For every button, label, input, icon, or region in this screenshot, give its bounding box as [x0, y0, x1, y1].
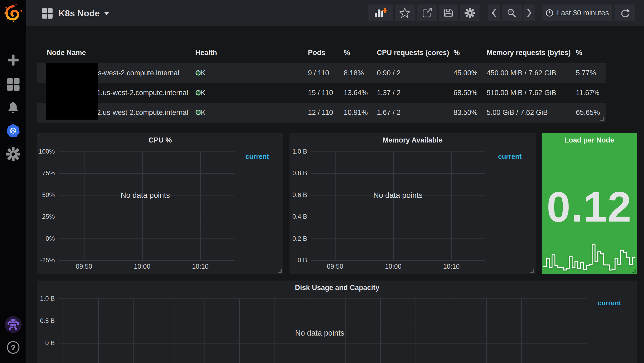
memory-panel: Memory Available current 1.0 B 0.8 B 0.6…	[289, 133, 536, 274]
disk-ytick: 0.5 B	[37, 317, 55, 324]
chevron-right-icon	[526, 8, 532, 18]
sidebar-user-avatar[interactable]	[0, 315, 26, 334]
cell-mem-req: 5.00 GiB / 7.62 GiB	[487, 103, 548, 122]
time-forward-button[interactable]	[523, 4, 535, 21]
col-mem-pct[interactable]: %	[576, 45, 582, 61]
health-text: OK	[195, 63, 206, 83]
settings-gear-icon	[464, 7, 475, 18]
col-pods[interactable]: Pods	[308, 45, 325, 61]
refresh-icon	[620, 8, 630, 18]
share-icon	[421, 7, 433, 19]
cpu-legend-current[interactable]: current	[245, 153, 269, 161]
time-picker-button[interactable]: Last 30 minutes	[542, 4, 612, 21]
col-cpu-pct[interactable]: %	[453, 45, 460, 61]
refresh-button[interactable]	[615, 4, 635, 21]
sidebar-item-help[interactable]: ?	[0, 339, 26, 356]
memory-ytick: 0.8 B	[289, 170, 307, 176]
dashboards-grid-icon	[6, 77, 20, 91]
cpu-xtick: 10:10	[184, 263, 216, 270]
col-node-name[interactable]: Node Name	[47, 45, 86, 61]
disk-ytick: 1.0 B	[37, 295, 55, 302]
load-panel: Load per Node 0.12	[542, 133, 637, 274]
disk-no-data-text: No data points	[286, 329, 354, 337]
memory-panel-title[interactable]: Memory Available	[289, 136, 536, 144]
time-back-button[interactable]	[488, 4, 500, 21]
cpu-plot[interactable]	[59, 151, 234, 261]
navbar: K8s Node	[26, 0, 644, 26]
cpu-panel-title[interactable]: CPU %	[37, 136, 283, 144]
disk-legend-current[interactable]: current	[597, 299, 621, 307]
star-button[interactable]	[395, 4, 415, 21]
table-row: 1.us-west-2.compute.internal OK 15 / 110…	[37, 83, 606, 103]
table-header: Node Name Health Pods % CPU requests (co…	[37, 45, 606, 61]
cell-pods-pct: 10.91%	[344, 103, 368, 122]
cell-mem-req: 910.00 MiB / 7.62 GiB	[487, 83, 556, 103]
panel-resize-handle[interactable]	[278, 269, 282, 273]
panel-resize-handle[interactable]	[530, 269, 534, 273]
chevron-left-icon	[491, 8, 497, 18]
help-icon: ?	[6, 340, 21, 355]
clock-icon	[545, 9, 554, 17]
dashboard-icon[interactable]	[42, 8, 53, 19]
col-pods-pct[interactable]: %	[344, 45, 350, 61]
col-health[interactable]: Health	[195, 45, 217, 61]
star-icon	[399, 7, 411, 19]
sidebar-item-configuration[interactable]	[0, 146, 26, 162]
memory-legend-current[interactable]: current	[498, 153, 522, 161]
table-row: 2.us-west-2.compute.internal OK 12 / 110…	[37, 103, 606, 122]
share-button[interactable]	[417, 4, 437, 21]
memory-ytick: 0.6 B	[289, 192, 307, 198]
cpu-ytick: 100%	[37, 148, 55, 155]
cpu-ytick: 25%	[37, 213, 55, 220]
save-button[interactable]	[439, 4, 458, 21]
cpu-ytick: 50%	[37, 192, 55, 198]
sidebar-item-add[interactable]	[0, 53, 26, 67]
panel-resize-handle[interactable]	[600, 117, 604, 121]
dashboard-title[interactable]: K8s Node	[58, 0, 100, 26]
avatar-icon	[4, 316, 22, 333]
disk-panel-title[interactable]: Disk Usage and Capacity	[37, 284, 637, 292]
cell-pods-pct: 8.18%	[344, 63, 364, 83]
cell-cpu-req: 1.37 / 2	[377, 83, 401, 103]
cell-health: OK	[195, 63, 202, 83]
add-panel-icon	[374, 7, 387, 19]
sidebar-item-alerting[interactable]	[0, 100, 26, 115]
settings-button[interactable]	[460, 4, 480, 21]
grafana-logo[interactable]	[0, 2, 26, 24]
cell-cpu-req: 1.67 / 2	[377, 103, 401, 122]
add-panel-button[interactable]	[368, 4, 393, 21]
cpu-ytick: -25%	[37, 257, 55, 264]
sidebar-item-kubernetes[interactable]	[0, 123, 26, 139]
disk-ytick: 0 B	[37, 340, 55, 346]
disk-panel: Disk Usage and Capacity current 1.0 B 0.…	[37, 281, 637, 363]
redaction-overlay	[46, 63, 98, 120]
memory-ytick: 0.4 B	[289, 213, 307, 220]
save-icon	[443, 7, 454, 19]
cell-cpu-req: 0.90 / 2	[377, 63, 401, 83]
load-panel-title[interactable]: Load per Node	[542, 136, 637, 144]
cpu-ytick: 75%	[37, 170, 55, 176]
cell-mem-req: 450.00 MiB / 7.62 GiB	[487, 63, 556, 83]
plus-icon	[6, 53, 20, 67]
memory-xtick: 10:00	[377, 263, 409, 270]
cell-cpu-pct: 68.50%	[453, 83, 478, 103]
col-cpu-req[interactable]: CPU requests (cores)	[377, 45, 449, 61]
cell-pods: 9 / 110	[308, 63, 329, 83]
cell-health: OK	[195, 103, 202, 122]
memory-plot[interactable]	[311, 151, 485, 261]
gear-icon	[6, 146, 21, 162]
load-sparkline	[543, 239, 636, 272]
zoom-out-button[interactable]	[502, 4, 522, 21]
health-text: OK	[195, 83, 206, 103]
cpu-no-data-text: No data points	[111, 191, 179, 200]
table-row: s-west-2.compute.internal OK 9 / 110 8.1…	[37, 63, 606, 83]
cell-cpu-pct: 45.00%	[453, 63, 478, 83]
dashboard-dropdown-caret[interactable]	[104, 12, 109, 15]
panel-resize-handle[interactable]	[632, 269, 636, 273]
cell-pods-pct: 13.64%	[344, 83, 368, 103]
cell-node-name: 2.us-west-2.compute.internal	[97, 103, 188, 122]
cell-pods: 15 / 110	[308, 83, 333, 103]
sidebar-item-dashboards[interactable]	[0, 77, 26, 92]
sidebar: ?	[0, 0, 26, 363]
col-mem-req[interactable]: Memory requests (bytes)	[487, 45, 571, 61]
